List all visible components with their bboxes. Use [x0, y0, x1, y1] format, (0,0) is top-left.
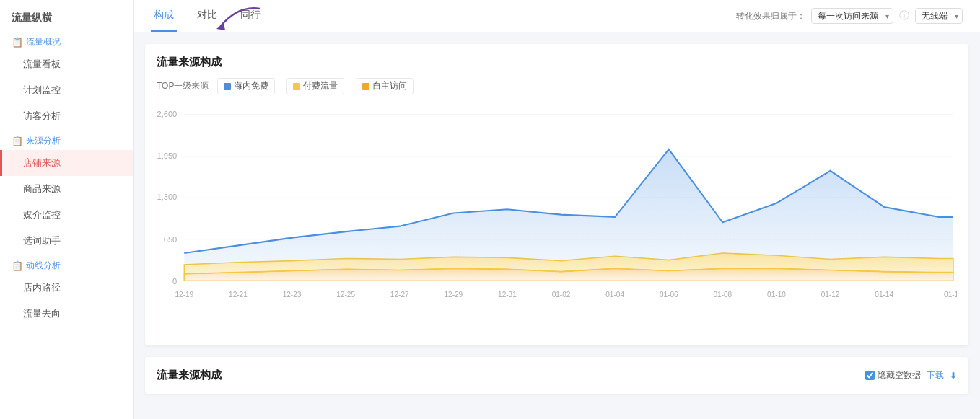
- sidebar-item-product-source[interactable]: 商品来源: [0, 176, 133, 202]
- legend-item-self-visit[interactable]: 自主访问: [356, 78, 414, 94]
- control-label: 转化效果归属于：: [736, 10, 805, 22]
- svg-text:01-08: 01-08: [713, 291, 732, 299]
- chart-svg: 2,600 1,950 1,300 650 0: [157, 103, 957, 334]
- top-controls: 转化效果归属于： 每一次访问来源 ⓘ 无线端: [736, 2, 963, 30]
- section-icon3: 📋: [12, 260, 23, 271]
- svg-text:01-10: 01-10: [767, 291, 786, 299]
- chart-legend: TOP一级来源 海内免费 付费流量 自主访问: [157, 78, 957, 94]
- svg-text:650: 650: [164, 235, 177, 244]
- svg-text:01-12: 01-12: [821, 291, 840, 299]
- sidebar-section-source-analysis: 📋 来源分析: [0, 129, 133, 150]
- table-title: 流量来源构成: [157, 369, 222, 382]
- svg-text:12-21: 12-21: [229, 291, 248, 299]
- main-content: 构成 对比 同行 转化效果归属于： 每一次访问来源 ⓘ 无线端: [134, 0, 980, 419]
- svg-text:01-02: 01-02: [552, 291, 571, 299]
- svg-text:1,950: 1,950: [157, 151, 177, 160]
- legend-item-paid-traffic[interactable]: 付费流量: [286, 78, 344, 94]
- section-icon2: 📋: [12, 136, 23, 146]
- table-header: 流量来源构成 隐藏空数据 下载 ⬇: [157, 369, 957, 382]
- table-section: 流量来源构成 隐藏空数据 下载 ⬇: [145, 357, 968, 394]
- legend-item-inland-free[interactable]: 海内免费: [217, 78, 275, 94]
- sidebar: 流量纵横 📋 流量概况 流量看板 计划监控 访客分析 📋 来源分析 店铺来源 商…: [0, 0, 134, 419]
- svg-text:01-17: 01-17: [944, 291, 957, 299]
- sidebar-item-plan-monitor[interactable]: 计划监控: [0, 77, 133, 103]
- svg-text:12-23: 12-23: [283, 291, 302, 299]
- source-select[interactable]: 每一次访问来源: [811, 8, 893, 24]
- sidebar-item-keyword-assistant[interactable]: 选词助手: [0, 228, 133, 254]
- svg-text:12-25: 12-25: [336, 291, 355, 299]
- sidebar-section-behavior-analysis: 📋 动线分析: [0, 254, 133, 275]
- device-select-wrapper: 无线端: [915, 8, 963, 24]
- legend-dot-yellow: [293, 83, 300, 90]
- sidebar-item-shop-source[interactable]: 店铺来源: [0, 150, 133, 176]
- legend-dot-blue: [224, 83, 231, 90]
- tab-compare[interactable]: 对比: [194, 0, 220, 32]
- tab-compose[interactable]: 构成: [151, 0, 177, 32]
- sidebar-item-traffic-panel[interactable]: 流量看板: [0, 51, 133, 77]
- sidebar-top-label: 流量纵横: [0, 6, 133, 30]
- chart-container: 2,600 1,950 1,300 650 0: [157, 103, 957, 334]
- sidebar-item-traffic-direction[interactable]: 流量去向: [0, 301, 133, 327]
- sidebar-item-visitor-analysis[interactable]: 访客分析: [0, 103, 133, 129]
- svg-text:2,600: 2,600: [157, 110, 177, 118]
- hide-empty-input[interactable]: [865, 371, 875, 380]
- chart-section: 流量来源构成 TOP一级来源 海内免费 付费流量 自主访问 2,600 1,95…: [145, 44, 968, 345]
- svg-text:01-06: 01-06: [660, 291, 678, 299]
- section-icon: 📋: [12, 37, 23, 48]
- sidebar-item-media-monitor[interactable]: 媒介监控: [0, 202, 133, 228]
- download-icon[interactable]: ⬇: [950, 371, 957, 381]
- tab-peer[interactable]: 同行: [237, 0, 263, 32]
- hide-empty-label: 隐藏空数据: [878, 369, 921, 381]
- table-actions: 隐藏空数据 下载 ⬇: [865, 369, 957, 381]
- svg-text:01-14: 01-14: [875, 291, 893, 299]
- device-select[interactable]: 无线端: [915, 8, 963, 24]
- svg-text:01-04: 01-04: [605, 291, 624, 299]
- sidebar-item-shop-path[interactable]: 店内路径: [0, 275, 133, 301]
- legend-text-paid-traffic: 付费流量: [303, 80, 338, 92]
- svg-text:12-29: 12-29: [444, 291, 463, 299]
- legend-text-inland-free: 海内免费: [234, 80, 268, 92]
- source-select-wrapper: 每一次访问来源: [811, 8, 893, 24]
- legend-label: TOP一级来源: [157, 80, 209, 92]
- tab-bar: 构成 对比 同行 转化效果归属于： 每一次访问来源 ⓘ 无线端: [134, 0, 980, 32]
- sidebar-section-traffic-overview: 📋 流量概况: [0, 30, 133, 51]
- chart-title: 流量来源构成: [157, 56, 957, 69]
- info-icon: ⓘ: [899, 9, 909, 22]
- svg-text:1,300: 1,300: [157, 193, 177, 201]
- legend-text-self-visit: 自主访问: [372, 80, 407, 92]
- svg-text:0: 0: [172, 276, 177, 285]
- legend-dot-orange: [362, 83, 369, 90]
- svg-text:12-27: 12-27: [390, 291, 409, 299]
- svg-text:12-31: 12-31: [498, 291, 517, 299]
- hide-empty-checkbox[interactable]: 隐藏空数据: [865, 369, 921, 381]
- download-link[interactable]: 下载: [927, 369, 944, 381]
- svg-text:12-19: 12-19: [175, 291, 193, 299]
